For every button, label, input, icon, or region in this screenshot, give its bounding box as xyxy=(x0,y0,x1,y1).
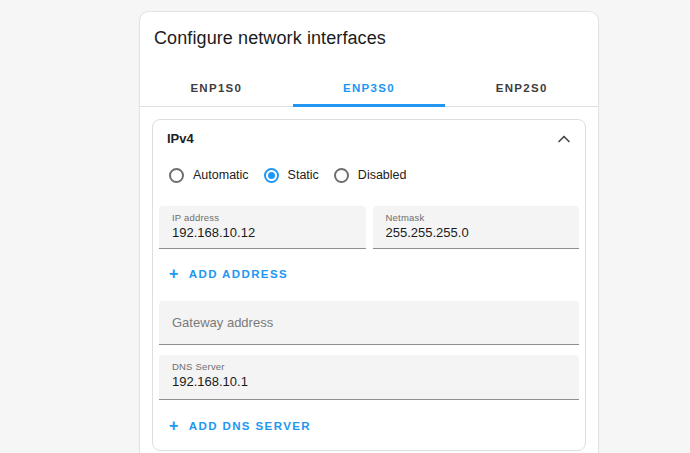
ipv4-panel-title: IPv4 xyxy=(167,131,194,146)
interface-tab-bar: ENP1S0 ENP3S0 ENP2S0 xyxy=(140,70,598,107)
radio-automatic-label: Automatic xyxy=(193,168,249,182)
tab-enp3s0[interactable]: ENP3S0 xyxy=(293,70,446,106)
ip-address-label: IP address xyxy=(172,212,353,223)
screen: Configure network interfaces ENP1S0 ENP3… xyxy=(0,0,690,453)
radio-static[interactable]: Static xyxy=(264,168,319,183)
netmask-input[interactable] xyxy=(386,223,567,240)
gateway-field xyxy=(159,301,579,345)
page-title: Configure network interfaces xyxy=(154,28,584,49)
plus-icon: + xyxy=(169,419,180,433)
address-fields-row: IP address Netmask xyxy=(159,206,579,249)
radio-circle-icon xyxy=(169,168,184,183)
dns-server-label: DNS Server xyxy=(172,361,566,372)
tab-enp2s0[interactable]: ENP2S0 xyxy=(445,70,598,106)
chevron-up-icon[interactable] xyxy=(557,135,571,143)
radio-automatic[interactable]: Automatic xyxy=(169,168,249,183)
ipv4-expansion-panel: IPv4 Automatic Static Di xyxy=(152,119,586,451)
radio-static-label: Static xyxy=(288,168,319,182)
netmask-field: Netmask xyxy=(373,206,580,249)
ip-address-field: IP address xyxy=(159,206,366,249)
tab-enp1s0[interactable]: ENP1S0 xyxy=(140,70,293,106)
radio-circle-icon xyxy=(264,168,279,183)
plus-icon: + xyxy=(169,267,180,281)
ipv4-mode-radio-group: Automatic Static Disabled xyxy=(169,165,569,185)
dns-server-input[interactable] xyxy=(172,372,566,389)
radio-circle-icon xyxy=(334,168,349,183)
radio-disabled[interactable]: Disabled xyxy=(334,168,407,183)
radio-disabled-label: Disabled xyxy=(358,168,407,182)
dns-server-field: DNS Server xyxy=(159,355,579,400)
netmask-label: Netmask xyxy=(386,212,567,223)
configure-network-card: Configure network interfaces ENP1S0 ENP3… xyxy=(139,11,599,453)
gateway-input[interactable] xyxy=(172,315,566,330)
add-dns-server-button[interactable]: + ADD DNS SERVER xyxy=(169,418,569,433)
add-dns-server-label: ADD DNS SERVER xyxy=(189,420,311,432)
add-address-label: ADD ADDRESS xyxy=(189,268,288,280)
ip-address-input[interactable] xyxy=(172,223,353,240)
ipv4-panel-header[interactable]: IPv4 xyxy=(153,120,585,157)
add-address-button[interactable]: + ADD ADDRESS xyxy=(169,266,569,281)
